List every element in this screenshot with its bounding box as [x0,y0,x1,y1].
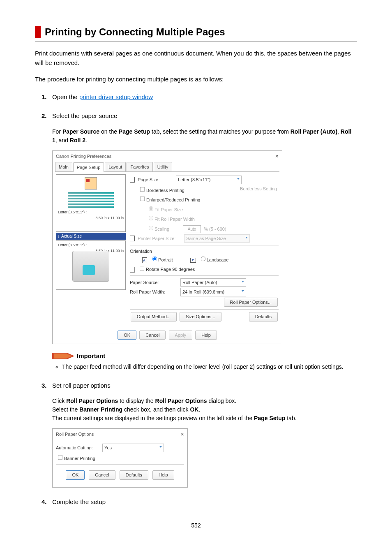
banner-printing-label: Banner Printing [64,456,95,461]
roll-width-select[interactable]: 24 in Roll (609.6mm) [180,288,246,296]
scaling-value: Auto [183,225,201,233]
fit-roll-width-label: Fit Roll Paper Width [154,217,195,222]
tab-utility[interactable]: Utility [154,162,172,172]
important-icon [52,353,74,359]
dialog-title: Canon Printing Preferences [56,153,111,160]
landscape-label: Landscape [207,257,229,262]
printer-icon [72,251,109,282]
s3l3b: tab. [285,415,296,421]
step-1: Open the printer driver setup window [42,92,357,102]
step-4: Complete the setup [42,497,357,507]
step-2-body-f: . [85,137,87,143]
tab-layout[interactable]: Layout [105,162,126,172]
step-3: Set roll paper options Click Roll Paper … [42,381,357,488]
roll-paper-options-dialog: Roll Paper Options × Automatic Cutting: … [52,428,188,488]
borderless-printing-checkbox[interactable] [140,187,145,192]
orientation-label: Orientation [130,249,152,254]
printing-preferences-dialog: Canon Printing Preferences × Main Page S… [52,150,282,345]
banner-printing-checkbox[interactable] [58,455,63,460]
printer-paper-size-icon [130,236,135,241]
portrait-label: Portrait [158,257,173,262]
step-2-b5: Roll 2 [70,137,85,143]
s3l1d: dialog box. [207,398,237,404]
page-size-label: Page Size: [138,176,175,183]
step-2-body-b: on the [99,128,119,135]
rotate90-checkbox[interactable] [140,266,145,271]
output-method-button[interactable]: Output Method... [131,312,177,321]
rpo-help-button[interactable]: Help [152,470,174,480]
roll-width-label: Roll Paper Width: [130,289,179,296]
step-2-b2: Page Setup [119,128,150,135]
s3l2a: Select the [52,406,79,413]
page-heading: Printing by Connecting Multiple Pages [35,25,357,42]
printer-driver-setup-link[interactable]: printer driver setup window [79,93,153,100]
preview-bottom: Letter (8.5"x11") : 8.50 in x 11.00 in [56,240,126,290]
fit-paper-size-radio [149,206,154,211]
page-number: 552 [35,521,357,530]
portrait-icon [142,257,147,263]
s3l2c: . [198,406,200,413]
intro-2: The procedure for printing by connecting… [35,75,357,84]
close-icon[interactable]: × [181,430,184,439]
step-2-body-c: tab, select the setting that matches you… [150,128,291,135]
step-2-b3: Roll Paper (Auto) [291,128,337,135]
printer-paper-size-label: Printer Paper Size: [138,235,183,242]
scaling-hint: % (5 - 600) [204,227,226,231]
borderless-setting-button: Borderless Setting [240,185,277,192]
preview-top: Letter (8.5"x11") : 8.50 in x 11.00 in [56,174,126,232]
close-icon[interactable]: × [275,152,279,161]
rpo-ok-button[interactable]: OK [66,470,85,480]
rpo-defaults-button[interactable]: Defaults [120,470,148,480]
step-2-body-d: , [337,128,341,135]
landscape-radio[interactable] [201,256,205,261]
paper-source-label: Paper Source: [130,279,179,286]
page-size-select[interactable]: Letter (8.5"x11") [176,176,242,184]
ok-button[interactable]: OK [118,331,136,340]
enlarged-reduced-label: Enlarged/Reduced Printing [146,197,200,202]
step-4-title: Complete the setup [52,498,106,505]
heading-accent [35,26,41,38]
step-2-title: Select the paper source [52,112,117,119]
step-3-title: Set roll paper options [52,382,111,389]
paper-source-select[interactable]: Roll Paper (Auto) [180,278,246,287]
s3l1c: to display the [118,398,155,404]
preview1-label: Letter (8.5"x11") : [58,210,87,214]
help-button[interactable]: Help [195,331,217,340]
rotate90-icon [130,267,135,273]
tab-page-setup[interactable]: Page Setup [73,162,104,172]
fit-paper-size-label: Fit Paper Size [154,207,183,212]
step-2-body-a: For [52,128,62,135]
size-options-button[interactable]: Size Options... [180,312,221,321]
page-size-icon [130,177,135,183]
important-note: The paper feed method will differ depend… [62,363,357,371]
step-1-pre: Open the [52,93,79,100]
enlarged-reduced-checkbox[interactable] [140,197,145,201]
defaults-button[interactable]: Defaults [249,312,278,321]
auto-cutting-select[interactable]: Yes [102,444,164,452]
s3l1a: Click [52,398,66,404]
s3l1b1: Roll Paper Options [66,398,118,404]
roll-paper-options-button[interactable]: Roll Paper Options... [224,298,278,307]
step-2-b1: Paper Source [62,128,99,135]
step-2: Select the paper source For Paper Source… [42,111,357,371]
intro-1: Print documents with several pages as on… [35,49,357,67]
important-block: Important The paper feed method will dif… [52,352,357,371]
landscape-icon [190,258,196,263]
tab-favorites[interactable]: Favorites [127,162,152,172]
s3l3b1: Page Setup [254,415,285,421]
step-2-body-e: , and [55,137,70,143]
s3l3a: The current settings are displayed in th… [52,415,254,421]
fit-roll-width-radio [149,216,154,221]
rotate90-label: Rotate Page 90 degrees [146,267,195,272]
printer-paper-size-select: Same as Page Size [184,234,250,243]
heading-text: Printing by Connecting Multiple Pages [45,25,225,39]
s3l1b2: Roll Paper Options [155,398,207,404]
portrait-radio[interactable] [152,256,157,261]
rpo-title: Roll Paper Options [56,431,94,438]
rpo-cancel-button[interactable]: Cancel [89,470,115,480]
important-label: Important [77,352,105,361]
tab-main[interactable]: Main [55,162,72,172]
s3l2b2: OK [190,406,198,413]
cancel-button[interactable]: Cancel [139,331,166,340]
auto-cutting-label: Automatic Cutting: [56,444,101,451]
